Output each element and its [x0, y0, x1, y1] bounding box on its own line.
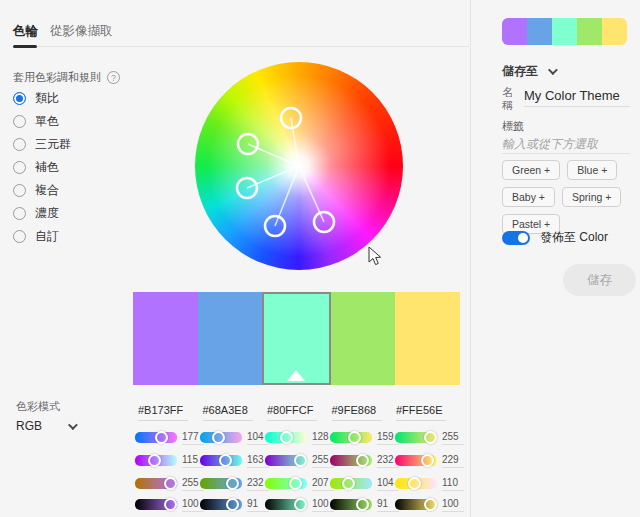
tab-extract-from-image[interactable]: 從影像擷取: [50, 23, 113, 40]
hex-value-input[interactable]: #FFE56E: [396, 404, 446, 421]
theme-name-input[interactable]: My Color Theme: [524, 88, 620, 103]
channel-slider: 232: [330, 454, 394, 467]
save-to-dropdown[interactable]: 儲存至: [502, 63, 555, 80]
slider-handle[interactable]: [155, 431, 168, 444]
panel-divider: [470, 0, 471, 517]
help-icon[interactable]: ?: [107, 71, 120, 84]
channel-slider: 232: [200, 477, 264, 490]
palette-block[interactable]: [331, 292, 396, 385]
harmony-option-label: 類比: [35, 90, 59, 107]
harmony-option[interactable]: 自訂: [13, 229, 143, 243]
hex-value-input[interactable]: #68A3E8: [203, 404, 253, 421]
toggle-knob: [518, 233, 528, 243]
save-button[interactable]: 儲存: [563, 264, 636, 296]
channel-slider: 100: [265, 498, 329, 511]
slider-handle[interactable]: [424, 498, 437, 511]
radio-button-icon[interactable]: [13, 207, 26, 220]
slider-handle[interactable]: [294, 454, 307, 467]
wheel-handles-overlay: [195, 62, 403, 270]
radio-button-icon[interactable]: [13, 230, 26, 243]
tags-label: 標籤: [502, 119, 524, 134]
color-mode-value: RGB: [16, 419, 42, 433]
theme-swatch: [602, 18, 627, 45]
channel-slider: 104: [200, 431, 264, 444]
slider-value-input[interactable]: 229: [442, 454, 464, 468]
channel-slider: 91: [200, 498, 264, 511]
radio-button-icon[interactable]: [13, 115, 26, 128]
slider-handle[interactable]: [408, 477, 421, 490]
slider-value-input[interactable]: 255: [442, 431, 464, 445]
palette-block[interactable]: [133, 292, 198, 385]
slider-handle[interactable]: [356, 498, 369, 511]
radio-button-icon[interactable]: [13, 138, 26, 151]
harmony-option-label: 補色: [35, 159, 59, 176]
harmony-option[interactable]: 三元群: [13, 137, 143, 151]
channel-slider: 100: [135, 498, 199, 511]
color-mode-select[interactable]: RGB: [16, 419, 75, 433]
tag-suggestions: Green +Blue +Baby +Spring +Pastel +: [502, 160, 640, 234]
radio-button-icon[interactable]: [13, 184, 26, 197]
slider-value-input[interactable]: 100: [442, 498, 464, 512]
channel-slider: 207: [265, 477, 329, 490]
palette-block[interactable]: [262, 292, 331, 385]
tab-color-wheel[interactable]: 色輪: [13, 23, 38, 40]
theme-swatch-strip: [502, 18, 627, 45]
color-mode-label: 色彩模式: [16, 399, 60, 414]
tags-input[interactable]: 輸入或從下方選取: [502, 136, 598, 153]
channel-slider: 255: [135, 477, 199, 490]
radio-button-icon[interactable]: [13, 161, 26, 174]
slider-handle[interactable]: [348, 431, 361, 444]
channel-slider: 163: [200, 454, 264, 467]
publish-label: 發佈至 Color: [540, 229, 608, 246]
harmony-option[interactable]: 類比: [13, 91, 143, 105]
slider-handle[interactable]: [356, 454, 369, 467]
wheel-spoke: [248, 144, 299, 166]
palette-block[interactable]: [395, 292, 460, 385]
name-input-underline: [524, 106, 630, 107]
color-wheel[interactable]: [195, 62, 403, 270]
hex-value-input[interactable]: #B173FF: [138, 404, 188, 421]
channel-slider: 115: [135, 454, 199, 467]
slider-handle[interactable]: [148, 454, 161, 467]
harmony-option-label: 單色: [35, 113, 59, 130]
slider-handle[interactable]: [280, 431, 293, 444]
slider-handle[interactable]: [164, 498, 177, 511]
tag-chip[interactable]: Baby +: [502, 187, 555, 207]
tag-chip[interactable]: Spring +: [562, 187, 621, 207]
channel-slider: 100: [395, 498, 459, 511]
slider-handle[interactable]: [421, 454, 434, 467]
harmony-option-label: 複合: [35, 182, 59, 199]
slider-handle[interactable]: [219, 454, 232, 467]
channel-slider: 255: [265, 454, 329, 467]
channel-slider: 177: [135, 431, 199, 444]
channel-slider: 128: [265, 431, 329, 444]
harmony-option[interactable]: 補色: [13, 160, 143, 174]
chevron-down-icon: [68, 420, 78, 430]
hex-value-input[interactable]: #80FFCF: [267, 404, 317, 421]
palette-block[interactable]: [198, 292, 263, 385]
slider-handle[interactable]: [289, 477, 302, 490]
tag-chip[interactable]: Blue +: [567, 160, 617, 180]
theme-swatch: [527, 18, 552, 45]
theme-swatch: [502, 18, 527, 45]
channel-slider: 159: [330, 431, 394, 444]
harmony-option[interactable]: 複合: [13, 183, 143, 197]
radio-button-icon[interactable]: [13, 92, 26, 105]
slider-value-input[interactable]: 110: [442, 477, 464, 491]
slider-handle[interactable]: [342, 477, 355, 490]
channel-slider: 91: [330, 498, 394, 511]
slider-handle[interactable]: [424, 431, 437, 444]
slider-handle[interactable]: [164, 477, 177, 490]
publish-toggle[interactable]: [502, 231, 530, 245]
slider-handle[interactable]: [294, 498, 307, 511]
theme-swatch: [552, 18, 577, 45]
slider-handle[interactable]: [226, 477, 239, 490]
slider-handle[interactable]: [226, 498, 239, 511]
hex-value-input[interactable]: #9FE868: [332, 404, 382, 421]
harmony-option[interactable]: 濃度: [13, 206, 143, 220]
tags-input-underline: [502, 153, 630, 154]
harmony-option[interactable]: 單色: [13, 114, 143, 128]
slider-handle[interactable]: [212, 431, 225, 444]
tag-chip[interactable]: Green +: [502, 160, 560, 180]
palette-strip: [133, 292, 460, 385]
